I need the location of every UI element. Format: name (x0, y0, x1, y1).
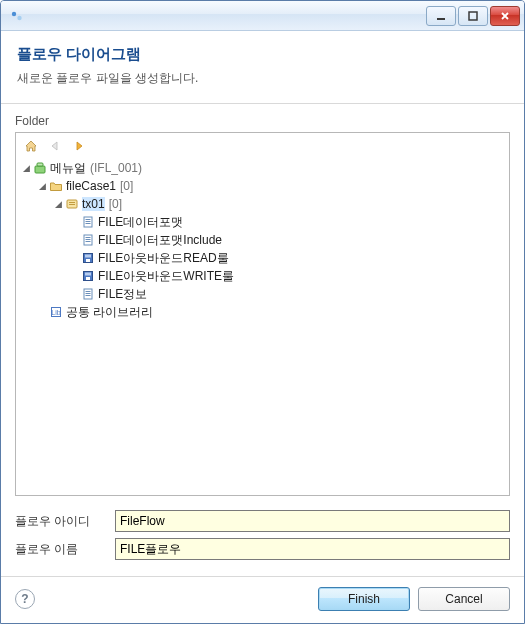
cancel-button[interactable]: Cancel (418, 587, 510, 611)
finish-button[interactable]: Finish (318, 587, 410, 611)
tree-count: [0] (120, 179, 133, 193)
bottom-area: ? Finish Cancel (1, 576, 524, 623)
svg-rect-5 (37, 163, 43, 166)
flow-name-input[interactable] (115, 538, 510, 560)
svg-point-0 (12, 11, 16, 15)
disk-read-icon (80, 250, 96, 266)
file-icon (80, 214, 96, 230)
expander-icon[interactable]: ◢ (20, 163, 32, 173)
back-icon[interactable] (46, 137, 64, 155)
tree-item[interactable]: FILE데이터포맷 (20, 213, 505, 231)
tree-label: FILE아웃바운드WRITE룰 (98, 268, 234, 285)
folder-icon (48, 178, 64, 194)
tree-row-filecase[interactable]: ◢ fileCase1 [0] (20, 177, 505, 195)
tree-item[interactable]: FILE아웃바운드WRITE룰 (20, 267, 505, 285)
folder-label: Folder (15, 114, 510, 128)
svg-rect-7 (69, 202, 75, 203)
header-area: 플로우 다이어그램 새로운 플로우 파일을 생성합니다. (1, 31, 524, 104)
app-icon (9, 8, 25, 24)
tree-count: [0] (109, 197, 122, 211)
svg-rect-11 (86, 221, 91, 222)
svg-point-1 (17, 15, 21, 19)
tree-item[interactable]: FILE정보 (20, 285, 505, 303)
help-icon[interactable]: ? (15, 589, 35, 609)
folder-tree[interactable]: ◢ 메뉴얼 (IFL_001) ◢ fileCase1 [0] ◢ (15, 132, 510, 496)
svg-rect-16 (86, 241, 91, 242)
svg-rect-19 (86, 259, 90, 262)
library-icon: Lib (48, 304, 64, 320)
file-icon (80, 286, 96, 302)
svg-rect-15 (86, 239, 91, 240)
tree-label: FILE데이터포맷 (98, 214, 183, 231)
home-icon[interactable] (22, 137, 40, 155)
minimize-button[interactable] (426, 6, 456, 26)
svg-rect-2 (437, 18, 445, 20)
tree-label: FILE데이터포맷Include (98, 232, 222, 249)
tree-item[interactable]: FILE데이터포맷Include (20, 231, 505, 249)
svg-rect-4 (35, 166, 45, 173)
svg-rect-22 (86, 277, 90, 280)
tree-label: tx01 (82, 197, 105, 211)
flow-id-label: 플로우 아이디 (15, 513, 115, 530)
svg-rect-24 (86, 291, 91, 292)
expander-icon[interactable]: ◢ (52, 199, 64, 209)
svg-rect-26 (86, 295, 91, 296)
page-title: 플로우 다이어그램 (17, 45, 508, 64)
svg-rect-8 (69, 204, 75, 205)
window-buttons (426, 6, 520, 26)
flow-name-label: 플로우 이름 (15, 541, 115, 558)
forward-icon[interactable] (70, 137, 88, 155)
svg-rect-12 (86, 223, 91, 224)
titlebar (1, 1, 524, 31)
tree-code: (IFL_001) (90, 161, 142, 175)
tree-row-tx[interactable]: ◢ tx01 [0] (20, 195, 505, 213)
svg-rect-3 (469, 12, 477, 20)
tree-label: FILE정보 (98, 286, 147, 303)
body-area: Folder ◢ 메뉴얼 (IFL_ (1, 104, 524, 576)
close-button[interactable] (490, 6, 520, 26)
tree-item[interactable]: FILE아웃바운드READ룰 (20, 249, 505, 267)
tree-label: FILE아웃바운드READ룰 (98, 250, 229, 267)
svg-rect-25 (86, 293, 91, 294)
expander-icon[interactable]: ◢ (36, 181, 48, 191)
tree-label: 공통 라이브러리 (66, 304, 153, 321)
disk-write-icon (80, 268, 96, 284)
svg-text:Lib: Lib (51, 309, 60, 316)
tree-row-lib[interactable]: Lib 공통 라이브러리 (20, 303, 505, 321)
fields-area: 플로우 아이디 플로우 이름 (15, 510, 510, 566)
field-row-name: 플로우 이름 (15, 538, 510, 560)
nav-toolbar (20, 135, 505, 159)
svg-rect-18 (85, 255, 91, 258)
svg-rect-21 (85, 273, 91, 276)
tree-label: fileCase1 (66, 179, 116, 193)
dialog-window: 플로우 다이어그램 새로운 플로우 파일을 생성합니다. Folder ◢ (0, 0, 525, 624)
tx-icon (64, 196, 80, 212)
tree-row-menu[interactable]: ◢ 메뉴얼 (IFL_001) (20, 159, 505, 177)
field-row-id: 플로우 아이디 (15, 510, 510, 532)
svg-rect-14 (86, 237, 91, 238)
file-icon (80, 232, 96, 248)
tree-label: 메뉴얼 (50, 160, 86, 177)
flow-id-input[interactable] (115, 510, 510, 532)
svg-rect-10 (86, 219, 91, 220)
maximize-button[interactable] (458, 6, 488, 26)
project-icon (32, 160, 48, 176)
page-subtitle: 새로운 플로우 파일을 생성합니다. (17, 70, 508, 87)
